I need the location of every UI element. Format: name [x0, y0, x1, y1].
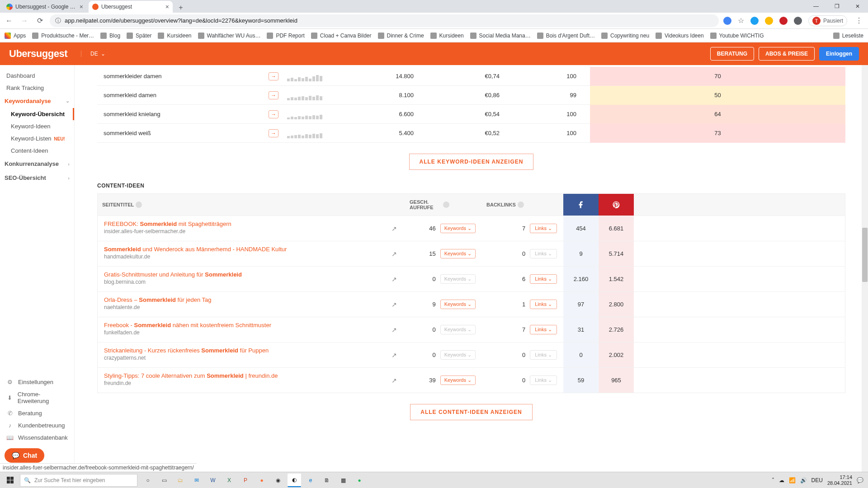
- omnibox[interactable]: ⓘ app.neilpatel.com/de/ubersuggest/overv…: [50, 14, 719, 27]
- tray-chevron-icon[interactable]: ˄: [772, 477, 774, 483]
- expand-button[interactable]: →: [260, 91, 287, 99]
- th-visits[interactable]: GESCH. AUFRUFE: [405, 199, 482, 210]
- bookmark-star-icon[interactable]: [738, 16, 744, 25]
- scrollbar-thumb[interactable]: [862, 228, 868, 282]
- ext-icon[interactable]: [765, 17, 773, 25]
- external-link-icon[interactable]: ↗: [392, 225, 397, 232]
- cloud-icon[interactable]: ☁: [779, 477, 784, 483]
- start-button[interactable]: [0, 477, 20, 483]
- excel-icon[interactable]: X: [222, 474, 236, 487]
- new-tab-button[interactable]: +: [175, 4, 187, 13]
- bookmark-item[interactable]: Videokurs Ideen: [656, 33, 704, 39]
- sidebar-content-ideas[interactable]: Content-Ideen: [0, 145, 74, 157]
- keyword-row[interactable]: sommerkleid knielang→6.600€0,5410064: [97, 105, 845, 124]
- info-icon[interactable]: [136, 202, 142, 208]
- external-link-icon[interactable]: ↗: [392, 250, 397, 258]
- th-backlinks[interactable]: BACKLINKS: [482, 202, 563, 208]
- bookmark-item[interactable]: Cload + Canva Bilder: [311, 33, 372, 39]
- taskbar-search[interactable]: 🔍 Zur Suche Text hier eingeben: [20, 474, 137, 487]
- word-icon[interactable]: W: [206, 474, 220, 487]
- external-link-icon[interactable]: ↗: [392, 352, 397, 359]
- page-title-link[interactable]: Strickanleitung - Kurzes rückenfreies So…: [104, 347, 269, 354]
- cortana-icon[interactable]: ○: [141, 474, 155, 487]
- explorer-icon[interactable]: 🗂: [174, 474, 187, 487]
- ext-icon[interactable]: [779, 17, 788, 25]
- spotify-icon[interactable]: ●: [353, 474, 366, 487]
- wifi-icon[interactable]: 📶: [789, 477, 796, 483]
- external-link-icon[interactable]: ↗: [392, 276, 397, 283]
- browser-tab[interactable]: Ubersuggest - Google Suche ×: [3, 1, 87, 13]
- sidebar-dashboard[interactable]: Dashboard: [0, 70, 74, 82]
- app-icon[interactable]: ▦: [336, 474, 350, 487]
- firefox-icon[interactable]: ●: [255, 474, 269, 487]
- links-dropdown[interactable]: Links ⌄: [530, 325, 557, 334]
- sidebar-chrome-ext[interactable]: ⬇Chrome-Erweiterung: [0, 388, 74, 407]
- bookmark-item[interactable]: Wahlfächer WU Aus…: [198, 33, 261, 39]
- profile-chip[interactable]: T Pausiert: [808, 15, 847, 26]
- show-all-keywords-button[interactable]: ALLE KEYWORD-IDEEN ANZEIGEN: [409, 154, 534, 170]
- page-title-link[interactable]: Sommerkleid und Wenderock aus Männerhemd…: [104, 246, 287, 253]
- nav-back-icon[interactable]: ←: [4, 17, 14, 25]
- show-all-content-button[interactable]: ALLE CONTENT-IDEEN ANZEIGEN: [410, 404, 533, 420]
- links-dropdown[interactable]: Links ⌄: [530, 224, 557, 233]
- expand-button[interactable]: →: [260, 72, 287, 80]
- sidebar-rank-tracking[interactable]: Rank Tracking: [0, 82, 74, 94]
- external-link-icon[interactable]: ↗: [392, 326, 397, 333]
- edge-icon[interactable]: e: [304, 474, 317, 487]
- th-pagetitle[interactable]: SEITENTITEL: [98, 202, 405, 208]
- expand-button[interactable]: →: [260, 129, 287, 137]
- keywords-dropdown[interactable]: Keywords ⌄: [440, 375, 476, 385]
- system-tray[interactable]: ˄ ☁ 📶 🔊 DEU 17:14 28.04.2021 💬: [767, 474, 868, 485]
- brand-logo[interactable]: Ubersuggest: [9, 48, 67, 60]
- keyword-row[interactable]: sommerkleider damen→14.800€0,7410070: [97, 67, 845, 86]
- page-title-link[interactable]: Gratis-Schnittmuster und Anleitung für S…: [104, 271, 242, 278]
- links-dropdown[interactable]: Links ⌄: [530, 300, 557, 309]
- scrollbar[interactable]: [862, 65, 868, 472]
- language-selector[interactable]: DE ⌄: [81, 51, 105, 57]
- tray-lang[interactable]: DEU: [811, 477, 823, 483]
- powerpoint-icon[interactable]: P: [239, 474, 252, 487]
- bookmark-item[interactable]: Kursideen: [430, 33, 464, 39]
- page-title-link[interactable]: Styling-Tipps: 7 coole Alternativen zum …: [104, 372, 278, 379]
- bookmark-item[interactable]: Youtube WICHTIG: [710, 33, 764, 39]
- bookmark-item[interactable]: Kursideen: [158, 33, 191, 39]
- info-icon[interactable]: [443, 202, 449, 208]
- bookmark-item[interactable]: Dinner & Crime: [378, 33, 424, 39]
- sidebar-group-competition[interactable]: Konkurrenzanalyse›: [0, 157, 74, 171]
- keywords-dropdown[interactable]: Keywords ⌄: [440, 300, 476, 309]
- bookmark-item[interactable]: Bois d'Argent Duft…: [537, 33, 595, 39]
- notepad-icon[interactable]: 🗎: [320, 474, 334, 487]
- keywords-dropdown[interactable]: Keywords ⌄: [440, 249, 476, 258]
- page-title-link[interactable]: Orla-Dress – Sommerkleid für jeden Tag: [104, 296, 212, 303]
- browser-tab-active[interactable]: Ubersuggest ×: [89, 1, 173, 13]
- keywords-dropdown[interactable]: Keywords ⌄: [440, 224, 476, 233]
- tab-close-icon[interactable]: ×: [165, 3, 169, 10]
- nav-reload-icon[interactable]: ⟳: [34, 16, 45, 25]
- gtranslate-ext-icon[interactable]: [723, 17, 731, 25]
- apps-shortcut[interactable]: Apps: [5, 33, 26, 39]
- bookmark-item[interactable]: PDF Report: [267, 33, 304, 39]
- sidebar-keyword-ideas[interactable]: Keyword-Ideen: [0, 120, 74, 132]
- sidebar-settings[interactable]: ⚙Einstellungen: [0, 376, 74, 388]
- bookmark-item[interactable]: Copywriting neu: [601, 33, 649, 39]
- chat-widget[interactable]: 💬Chat: [5, 448, 44, 463]
- sidebar-keyword-overview[interactable]: Keyword-Übersicht: [0, 108, 74, 120]
- login-button[interactable]: Einloggen: [819, 47, 859, 61]
- taskview-icon[interactable]: ▭: [157, 474, 171, 487]
- sidebar-group-keyword[interactable]: Keywordanalyse⌄: [0, 94, 74, 108]
- bookmark-item[interactable]: Social Media Mana…: [470, 33, 531, 39]
- bookmark-item[interactable]: Blog: [100, 33, 120, 39]
- sidebar-group-seo[interactable]: SEO-Übersicht›: [0, 171, 74, 185]
- site-info-icon[interactable]: ⓘ: [55, 17, 61, 25]
- nav-forward-icon[interactable]: →: [19, 17, 30, 25]
- sidebar-keyword-lists[interactable]: Keyword-Listen NEU!: [0, 132, 74, 145]
- tray-clock[interactable]: 17:14 28.04.2021: [827, 474, 852, 485]
- page-title-link[interactable]: Freebook - Sommerkleid nähen mit kostenf…: [104, 322, 271, 328]
- ext-icon[interactable]: [750, 17, 759, 25]
- sidebar-knowledge[interactable]: 📖Wissensdatenbank: [0, 432, 74, 444]
- reading-list[interactable]: Leseliste: [833, 33, 863, 39]
- bookmark-item[interactable]: Später: [127, 33, 151, 39]
- browser-menu-icon[interactable]: ⋮: [854, 16, 864, 25]
- consulting-button[interactable]: BERATUNG: [710, 47, 754, 61]
- keyword-row[interactable]: sommerkleid weiß→5.400€0,5210073: [97, 124, 845, 143]
